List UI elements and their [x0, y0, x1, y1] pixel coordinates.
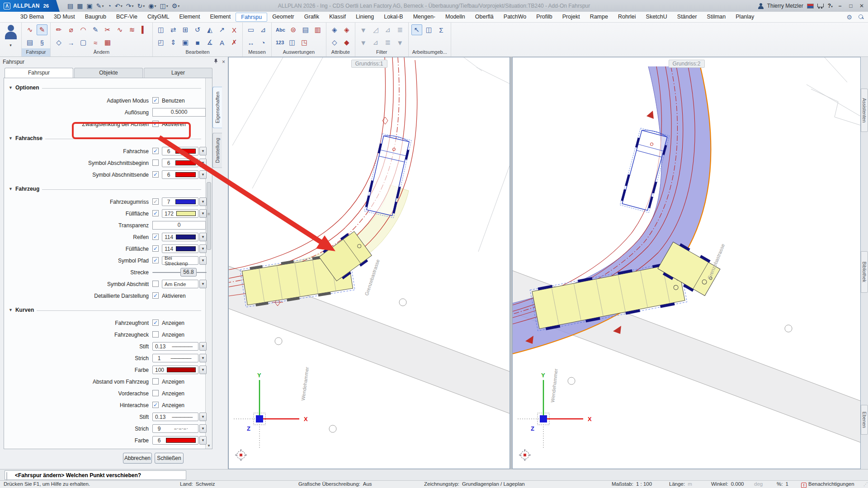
adjust-curve-icon[interactable]: ≈ [90, 37, 101, 48]
checkbox[interactable] [152, 281, 159, 287]
value-box[interactable]: 9– · – · – · [152, 424, 198, 433]
tab-layer[interactable]: Layer [144, 68, 212, 78]
filter-slope-icon[interactable]: ⊿ [370, 37, 381, 48]
menu-item-st-nder[interactable]: Ständer [672, 13, 702, 22]
sheet-edit-icon[interactable]: ▢ [78, 37, 89, 48]
search-icon[interactable] [859, 14, 863, 19]
dropdown-caret-icon[interactable]: ▾ [143, 4, 145, 8]
value-box[interactable]: 1————— [152, 354, 198, 362]
origin-target-icon[interactable] [519, 449, 531, 461]
move-icon[interactable]: ⇄ [168, 24, 179, 35]
value-box[interactable]: 6 [152, 436, 198, 445]
slider-track[interactable] [152, 272, 207, 273]
swept-path-icon[interactable]: ∿ [24, 24, 35, 35]
collapse-arrow-icon[interactable]: ▼ [9, 136, 13, 141]
menu-item-patchwo[interactable]: PatchWo [499, 13, 532, 22]
group-icon[interactable]: ◰ [156, 37, 166, 48]
help-button[interactable]: ?▾ [828, 3, 833, 9]
select-cursor-icon[interactable]: ↖ [411, 24, 422, 35]
avatar-caret-icon[interactable]: ▾ [9, 43, 12, 47]
collapse-arrow-icon[interactable]: ▼ [9, 187, 13, 191]
spline-icon[interactable]: ∿ [114, 24, 125, 35]
stretch-icon[interactable]: ⇕ [168, 37, 179, 48]
mirror-icon[interactable]: ◭ [204, 24, 215, 35]
remove-attribute-icon[interactable]: ◈ [341, 24, 352, 35]
pin-icon[interactable] [213, 59, 218, 65]
filter-funnel2-icon[interactable]: ▼ [358, 37, 369, 48]
copy-icon[interactable]: ◫ [156, 24, 166, 35]
value-box[interactable]: 0.13————— [152, 342, 198, 351]
filter-funnel3-icon[interactable]: ▼ [395, 37, 406, 48]
divide-icon[interactable]: ▍ [139, 24, 150, 35]
edit-swept-path-icon[interactable]: ✎ [37, 24, 47, 35]
refresh-icon[interactable]: ↻▾ [136, 1, 146, 10]
resize-grip[interactable]: ⋰ [863, 482, 867, 487]
dropdown-arrow-icon[interactable]: ▼ [199, 256, 207, 265]
checkbox[interactable]: ✓ [152, 171, 159, 178]
viewport-grundriss-2[interactable]: Grenzebastrasse Wendehammer Y X Z Grundr… [512, 57, 861, 469]
measure-angle-icon[interactable]: ◔ [258, 37, 269, 48]
section-fahrzeug[interactable]: ▼Fahrzeug [9, 185, 201, 193]
dropdown-arrow-icon[interactable]: ▼ [199, 147, 207, 155]
menu-item-element[interactable]: Element [175, 13, 205, 22]
menu-item-grafik[interactable]: Grafik [299, 13, 324, 22]
dropdown-caret-icon[interactable]: ▾ [178, 4, 179, 8]
right-tab-assistenten[interactable]: Assistenten [861, 89, 868, 132]
cancel-button[interactable]: Abbrechen [123, 453, 152, 464]
dropdown-caret-icon[interactable]: ▾ [102, 4, 104, 8]
menu-item-fahrspu[interactable]: Fahrspu [236, 13, 267, 22]
menu-item-lokal-b[interactable]: Lokal-B [379, 13, 408, 22]
side-tab-eigenschaften[interactable]: Eigenschaften [212, 87, 222, 128]
tools-icon[interactable]: ⚙▾ [170, 1, 181, 10]
menu-item-profilb[interactable]: Profilb [531, 13, 557, 22]
building-list-icon[interactable]: ◳ [299, 37, 310, 48]
dropdown-arrow-icon[interactable]: ▼ [199, 170, 207, 179]
collapse-arrow-icon[interactable]: ▼ [9, 308, 13, 312]
dropdown-arrow-icon[interactable]: ▼ [199, 413, 207, 421]
legend-icon[interactable]: ◫ [287, 37, 297, 48]
checkbox[interactable] [152, 378, 159, 385]
number-label-icon[interactable]: 123 [274, 37, 285, 48]
menu-item-baugrub[interactable]: Baugrub [80, 13, 111, 22]
dropdown-arrow-icon[interactable]: ▼ [199, 436, 207, 445]
value-box[interactable]: 6 [162, 170, 198, 179]
menu-item-stilman[interactable]: Stilman [702, 13, 731, 22]
point-edit-icon[interactable]: ⌀ [66, 24, 76, 35]
assign-attribute-icon[interactable]: ◈ [329, 24, 340, 35]
checkbox[interactable]: ✓ [152, 402, 159, 408]
filter-list-icon[interactable]: ≣ [395, 24, 406, 35]
section-optionen[interactable]: ▼Optionen [9, 84, 201, 92]
ribbon-avatar-block[interactable]: ▾ [0, 23, 22, 56]
menu-item-bcf-vie[interactable]: BCF-Vie [111, 13, 142, 22]
menu-item-klassif[interactable]: Klassif [324, 13, 351, 22]
value-box[interactable]: 172 [162, 209, 198, 218]
drawing-canvas-2[interactable]: Grenzebastrasse Wendehammer Y X Z [513, 57, 860, 469]
layer-stack-icon[interactable]: ◫ [424, 24, 434, 35]
viewport-label[interactable]: Grundriss:2 [668, 60, 704, 68]
fillet-icon[interactable]: ◠ [78, 24, 89, 35]
edit-document-icon[interactable]: ✎▾ [95, 1, 105, 10]
menu-item-projekt[interactable]: Projekt [557, 13, 585, 22]
measure-slope-icon[interactable]: ⊿ [258, 24, 269, 35]
notification-alert-icon[interactable]: ! [801, 483, 807, 488]
checkbox[interactable]: ✓ [152, 319, 159, 326]
abc-label-icon[interactable]: Abc [274, 24, 287, 35]
user-name[interactable]: Thierry Metzler [767, 3, 803, 9]
value-box[interactable]: 114 [162, 244, 198, 253]
menu-item-geometr[interactable]: Geometr [267, 13, 299, 22]
trim-icon[interactable]: ✂ [102, 24, 113, 35]
dropdown-arrow-icon[interactable]: ▼ [199, 342, 207, 351]
dropdown-arrow-icon[interactable]: ▼ [199, 366, 207, 374]
palette-close-icon[interactable]: × [222, 59, 225, 65]
pattern-icon[interactable]: ▦ [102, 37, 113, 48]
menu-item-modelln[interactable]: Modelln [440, 13, 470, 22]
dropdown-arrow-icon[interactable]: ▼ [199, 233, 207, 241]
tab-objekte[interactable]: Objekte [74, 68, 143, 78]
undo-icon[interactable]: ↶▾ [113, 1, 124, 10]
checkbox[interactable]: ✓ [152, 198, 159, 205]
tag-filled-icon[interactable]: ◆ [341, 37, 352, 48]
minimize-button[interactable]: – [836, 3, 844, 9]
value-box[interactable]: 0.13————— [152, 413, 198, 421]
checkbox[interactable] [152, 160, 159, 166]
slider-value[interactable]: 56.8 [180, 268, 197, 277]
